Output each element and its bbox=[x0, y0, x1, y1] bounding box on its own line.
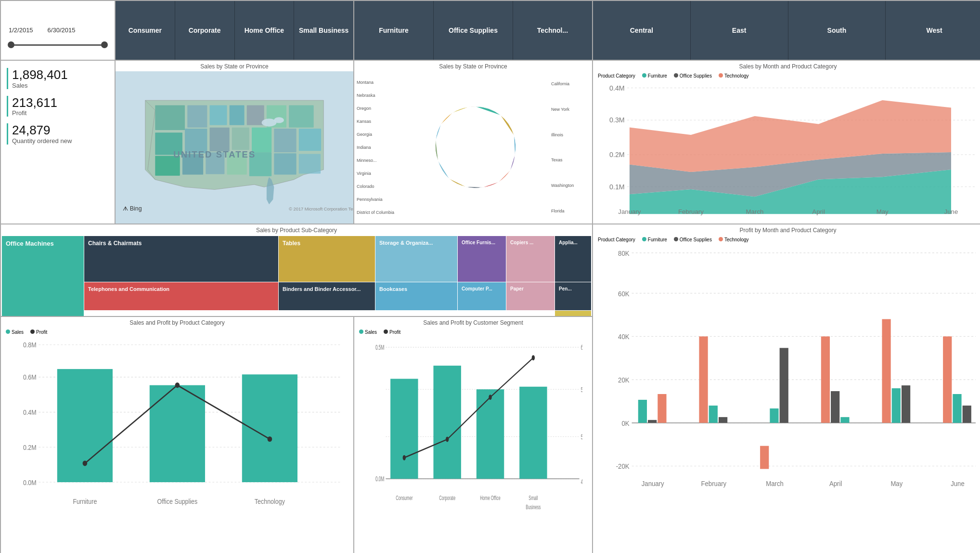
svg-text:March: March bbox=[746, 208, 764, 215]
kpi-panel: 1,898,401 Sales 213,611 Profit 24,879 Qu… bbox=[1, 61, 115, 224]
svg-text:0K: 0K bbox=[621, 419, 629, 427]
svg-rect-55 bbox=[699, 336, 708, 422]
map-container: UNITED STATES ᗑ Bing © 2017 Microsoft Co… bbox=[116, 71, 353, 224]
svg-text:50K: 50K bbox=[581, 433, 582, 441]
svg-rect-67 bbox=[943, 336, 952, 422]
svg-rect-14 bbox=[299, 129, 321, 151]
svg-rect-53 bbox=[648, 420, 657, 423]
svg-point-117 bbox=[532, 355, 535, 360]
treemap-title: Sales by Product Sub-Category bbox=[1, 224, 592, 235]
svg-rect-54 bbox=[658, 394, 666, 423]
svg-rect-2 bbox=[187, 105, 207, 128]
tab-small-business[interactable]: Small Business bbox=[294, 1, 353, 60]
sales-profit-cat-svg: 0.8M 0.6M 0.4M 0.2M 0.0M 90K 80K 70K 60K bbox=[20, 337, 344, 541]
svg-rect-13 bbox=[274, 129, 296, 152]
sales-profit-category-legend: Sales Profit bbox=[1, 328, 353, 337]
svg-text:February: February bbox=[678, 208, 704, 215]
date-slider[interactable] bbox=[9, 40, 107, 50]
region-filter[interactable]: Central East South West bbox=[593, 1, 980, 60]
slider-thumb-left[interactable] bbox=[8, 41, 14, 48]
tab-corporate[interactable]: Corporate bbox=[175, 1, 235, 60]
sales-profit-category-chart: 0.8M 0.6M 0.4M 0.2M 0.0M 90K 80K 70K 60K bbox=[1, 337, 353, 553]
svg-text:May: May bbox=[877, 208, 889, 215]
profit-chart-container: 80K 60K 40K 20K 0K -20K bbox=[593, 244, 980, 553]
map-country-label: UNITED STATES bbox=[173, 149, 256, 159]
svg-rect-21 bbox=[299, 154, 321, 173]
category-filter[interactable]: Furniture Office Supplies Technol... bbox=[354, 1, 592, 60]
svg-text:0.4M: 0.4M bbox=[23, 408, 37, 416]
tab-west[interactable]: West bbox=[886, 1, 980, 60]
legend-profit-dot: Profit bbox=[30, 329, 47, 335]
sales-profit-segment-chart: 0.5M 0.0M 60K 55K 50K 40K bbox=[354, 337, 592, 553]
svg-text:20K: 20K bbox=[618, 376, 630, 384]
treemap-cell-chairs: Chairs & Chairmats bbox=[84, 236, 278, 282]
svg-text:Corporate: Corporate bbox=[439, 494, 455, 501]
svg-point-114 bbox=[403, 455, 406, 461]
svg-text:0.5M: 0.5M bbox=[375, 343, 384, 351]
kpi-profit-label: Profit bbox=[12, 109, 109, 117]
sales-profit-segment-legend: Sales Profit bbox=[354, 328, 592, 337]
svg-rect-66 bbox=[902, 385, 910, 423]
treemap-cell-storage: Storage & Organiza... bbox=[375, 236, 457, 282]
svg-text:60K: 60K bbox=[618, 290, 630, 298]
profit-legend-technology: Technology bbox=[719, 237, 749, 242]
svg-text:March: March bbox=[766, 479, 784, 487]
profit-chart-title: Profit by Month and Product Category bbox=[593, 224, 980, 235]
svg-rect-91 bbox=[150, 385, 205, 482]
svg-text:0.6M: 0.6M bbox=[23, 374, 37, 382]
svg-rect-64 bbox=[882, 319, 890, 423]
kpi-sales-label: Sales bbox=[12, 82, 109, 89]
svg-text:0.0M: 0.0M bbox=[375, 475, 384, 483]
tab-east[interactable]: East bbox=[691, 1, 788, 60]
tab-consumer[interactable]: Consumer bbox=[116, 1, 175, 60]
tab-south[interactable]: South bbox=[788, 1, 886, 60]
svg-rect-56 bbox=[709, 406, 718, 423]
svg-text:80K: 80K bbox=[618, 249, 630, 257]
svg-text:40K: 40K bbox=[581, 477, 582, 485]
svg-rect-3 bbox=[210, 105, 227, 125]
treemap-cell-binders: Binders and Binder Accessor... bbox=[279, 282, 375, 310]
svg-rect-20 bbox=[274, 153, 296, 174]
svg-point-23 bbox=[274, 117, 284, 123]
legend-sales-dot: Sales bbox=[6, 329, 24, 335]
profit-chart-svg: 80K 60K 40K 20K 0K -20K bbox=[610, 244, 976, 544]
svg-text:0.2M: 0.2M bbox=[23, 444, 37, 451]
svg-text:February: February bbox=[701, 479, 726, 487]
svg-text:Office Supplies: Office Supplies bbox=[157, 498, 198, 505]
svg-text:0.8M: 0.8M bbox=[23, 341, 37, 349]
treemap-cell-office-furnish: Office Furnis... bbox=[458, 236, 506, 282]
svg-point-95 bbox=[268, 436, 272, 442]
area-chart-panel: Sales by Month and Product Category Prod… bbox=[593, 61, 980, 224]
treemap-grid: Office Machines Chairs & Chairmats Table… bbox=[1, 235, 592, 316]
svg-text:April: April bbox=[812, 208, 825, 215]
slider-thumb-right[interactable] bbox=[101, 41, 108, 48]
svg-text:January: January bbox=[618, 208, 641, 215]
treemap-panel: Sales by Product Sub-Category Office Mac… bbox=[1, 224, 592, 316]
donut-svg-wrap bbox=[402, 71, 549, 224]
tab-office-supplies[interactable]: Office Supplies bbox=[434, 1, 513, 60]
map-panel: Sales by State or Province bbox=[116, 61, 353, 224]
svg-rect-7 bbox=[289, 105, 313, 128]
svg-rect-61 bbox=[821, 336, 830, 422]
area-chart-legend: Product Category Furniture Office Suppli… bbox=[593, 71, 980, 80]
profit-legend-label: Product Category bbox=[598, 237, 635, 242]
tab-central[interactable]: Central bbox=[593, 1, 691, 60]
map-copyright: © 2017 Microsoft Corporation Terms bbox=[289, 207, 353, 211]
svg-rect-57 bbox=[719, 417, 727, 423]
svg-text:60K: 60K bbox=[581, 343, 582, 351]
kpi-quantity-label: Quantity ordered new bbox=[12, 137, 109, 145]
donut-title: Sales by State or Province bbox=[354, 61, 592, 71]
svg-rect-10 bbox=[210, 128, 230, 151]
bing-logo: ᗑ Bing bbox=[123, 205, 142, 212]
tab-furniture[interactable]: Furniture bbox=[354, 1, 434, 60]
legend-sales-seg: Sales bbox=[359, 329, 377, 335]
tab-technology[interactable]: Technol... bbox=[513, 1, 592, 60]
segment-filter[interactable]: Consumer Corporate Home Office Small Bus… bbox=[116, 1, 353, 60]
map-title: Sales by State or Province bbox=[116, 61, 353, 71]
svg-rect-59 bbox=[770, 408, 778, 423]
legend-office-supplies: Office Supplies bbox=[674, 73, 712, 79]
kpi-profit-value: 213,611 bbox=[12, 96, 109, 110]
treemap-cell-small bbox=[555, 311, 591, 316]
tab-home-office[interactable]: Home Office bbox=[235, 1, 295, 60]
svg-text:0.4M: 0.4M bbox=[609, 84, 625, 92]
